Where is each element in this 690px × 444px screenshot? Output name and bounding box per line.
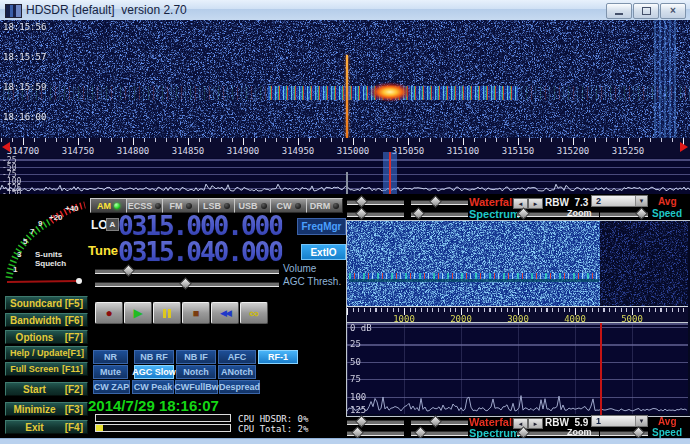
spectrum-range-slider-bottom[interactable] — [411, 431, 468, 436]
nb-rf-button[interactable]: NB RF — [134, 350, 174, 364]
volume-slider[interactable] — [95, 269, 279, 274]
stop-icon: ■ — [193, 308, 200, 319]
freqmgr-button[interactable]: FreqMgr — [297, 218, 346, 235]
maximize-icon — [642, 7, 651, 15]
play-button[interactable]: ▶ — [124, 302, 152, 324]
freq-tick-label: 314800 — [108, 146, 158, 156]
rf-spectrum[interactable]: -25 -50 -75 -100 -125 -150 — [0, 158, 690, 195]
maximize-window-button[interactable] — [633, 3, 659, 19]
audio-db-label: 25 — [350, 339, 361, 349]
close-icon: × — [670, 6, 676, 16]
loop-button[interactable]: ∞ — [240, 302, 268, 324]
cpu-hdsdr-bar — [95, 414, 231, 422]
close-window-button[interactable]: × — [660, 3, 686, 19]
right-arrow-icon: ► — [533, 201, 539, 207]
mode-button-drm[interactable]: DRM — [306, 198, 343, 213]
speed-slider-top[interactable] — [600, 212, 648, 217]
tune-frequency-display[interactable]: 0315.040.000 — [118, 237, 282, 267]
stop-button[interactable]: ■ — [182, 302, 210, 324]
scale-right-arrow-icon[interactable] — [680, 142, 688, 152]
waterfall-timestamp: 18:15:57 — [3, 52, 46, 62]
spectrum-label-top: Spectrum — [469, 208, 520, 220]
waterfall-contrast-slider-bottom[interactable] — [411, 420, 468, 425]
notch-button[interactable]: Notch — [176, 365, 216, 379]
play-icon: ▶ — [133, 307, 142, 319]
minimize-app-button[interactable]: Minimize[F3] — [5, 402, 88, 416]
smeter-tick-1: 1 — [13, 265, 18, 274]
rf-waterfall[interactable]: 18:15:56 18:15:57 18:15:59 18:16:00 — [0, 20, 690, 138]
cw-peak-button[interactable]: CW Peak — [132, 380, 174, 394]
bandwidth-button[interactable]: Bandwidth[F6] — [5, 313, 88, 327]
rf-spectrum-trace — [0, 158, 690, 194]
rewind-button[interactable]: ◀◀ — [211, 302, 239, 324]
extio-button[interactable]: ExtIO — [301, 244, 346, 260]
volume-label: Volume — [283, 263, 316, 274]
audio-spectrum[interactable]: 0 dB 25 50 75 100 125 — [347, 322, 688, 414]
ecss-led — [155, 203, 161, 209]
despread-button[interactable]: Despread — [219, 380, 260, 394]
agc-slow-button[interactable]: AGC Slow — [134, 365, 174, 379]
help-update-button[interactable]: Help / Update[F1] — [5, 346, 88, 360]
cw-zap-button[interactable]: CW ZAP — [93, 380, 130, 394]
avg-select-top[interactable]: 2 ▼ — [591, 195, 648, 207]
spectrum-ref-slider[interactable] — [347, 212, 404, 217]
loop-icon: ∞ — [249, 306, 259, 320]
exit-button[interactable]: Exit[F4] — [5, 420, 88, 434]
anotch-button[interactable]: ANotch — [218, 365, 256, 379]
nr-button[interactable]: NR — [93, 350, 128, 364]
minimize-window-button[interactable] — [606, 3, 632, 19]
rbw-increase-button-bottom[interactable]: ► — [528, 418, 543, 429]
tune-passband-marker[interactable] — [383, 152, 397, 194]
smeter-tick-3: 3 — [17, 250, 22, 259]
waterfall-brightness-slider-bottom[interactable] — [347, 420, 404, 425]
smeter-needle-dot — [76, 278, 82, 284]
s-meter: 1 3 5 7 9 +20 +40 S-units Squelch — [1, 196, 87, 296]
speed-slider-bottom[interactable] — [600, 431, 648, 436]
chevron-down-icon: ▼ — [635, 416, 647, 426]
audio-waterfall[interactable] — [347, 221, 688, 306]
spectrum-range-slider[interactable] — [411, 212, 468, 217]
am-led — [114, 203, 120, 209]
pause-icon — [163, 309, 171, 318]
waterfall-brightness-slider[interactable] — [347, 200, 404, 205]
audio-bandwidth-marker[interactable] — [600, 323, 602, 415]
nb-if-button[interactable]: NB IF — [176, 350, 216, 364]
freq-tick-label: 314950 — [273, 146, 323, 156]
freq-tick-label: 315000 — [328, 146, 378, 156]
window-title: HDSDR [default] version 2.70 — [26, 3, 187, 17]
waterfall-contrast-slider[interactable] — [411, 200, 468, 205]
speed-label-bottom: Speed — [652, 427, 682, 438]
soundcard-button[interactable]: Soundcard[F5] — [5, 296, 88, 310]
freq-tick-label: 315150 — [493, 146, 543, 156]
full-screen-button[interactable]: Full Screen[F11] — [5, 362, 88, 376]
smeter-caption-2: Squelch — [35, 259, 66, 268]
audio-db-label: 75 — [350, 374, 361, 384]
start-button[interactable]: Start[F2] — [5, 382, 88, 396]
options-button[interactable]: Options[F7] — [5, 330, 88, 344]
audio-db-label: 50 — [350, 357, 361, 367]
afc-button[interactable]: AFC — [218, 350, 256, 364]
cw-fullbw-button[interactable]: CWFullBw — [175, 380, 218, 394]
rbw-increase-button[interactable]: ► — [528, 198, 543, 209]
rf-gain-button[interactable]: RF-1 — [258, 350, 298, 364]
tune-center-line — [389, 152, 391, 194]
pause-button[interactable] — [153, 302, 181, 324]
record-button[interactable]: ● — [95, 302, 123, 324]
cpu-total-text: CPU Total: 2% — [238, 424, 308, 434]
cw-led — [295, 203, 301, 209]
scale-left-arrow-icon[interactable] — [2, 142, 10, 152]
freq-tick-label: 315100 — [438, 146, 488, 156]
agc-threshold-slider[interactable] — [95, 282, 279, 287]
smeter-tick-20: +20 — [49, 213, 63, 222]
frequency-scale[interactable]: 314700 314750 314800 314850 314900 31495… — [0, 138, 690, 158]
titlebar: HDSDR [default] version 2.70 × — [0, 0, 690, 21]
audio-display-frame: 1000 2000 3000 4000 5000 0 dB 25 50 75 1… — [346, 220, 690, 417]
mute-button[interactable]: Mute — [93, 365, 128, 379]
right-arrow-icon: ► — [533, 421, 539, 427]
minimize-icon — [615, 13, 623, 15]
freq-tick-label: 315250 — [603, 146, 653, 156]
signal-peak-blob — [368, 82, 412, 102]
avg-select-bottom[interactable]: 1 ▼ — [591, 415, 648, 427]
audio-spectrum-trace — [347, 323, 688, 415]
spectrum-ref-slider-bottom[interactable] — [347, 431, 404, 436]
